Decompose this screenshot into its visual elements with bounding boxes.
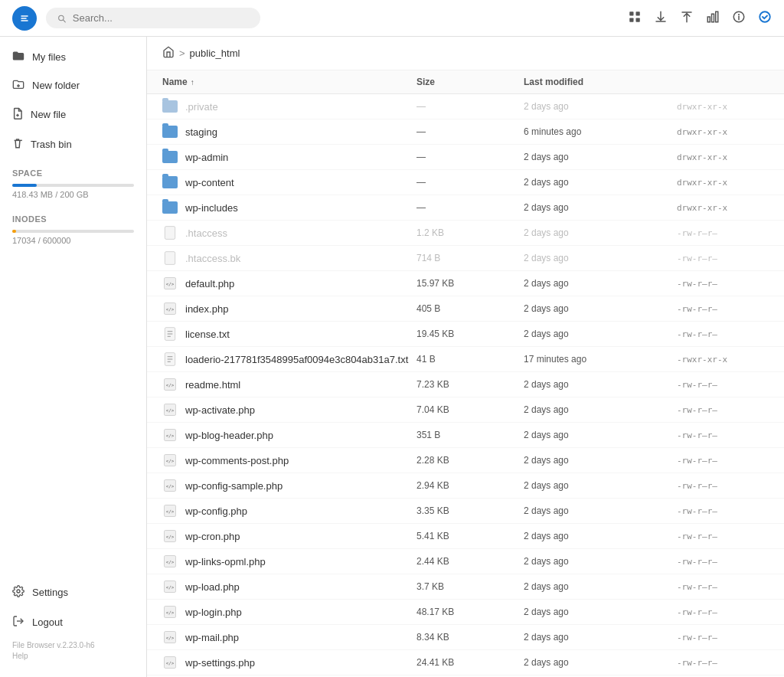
file-perms: -rw-r—r— [677, 557, 769, 567]
table-row[interactable]: </> wp-activate.php 7.04 KB 2 days ago -… [147, 397, 784, 423]
table-row[interactable]: </> wp-blog-header.php 351 B 2 days ago … [147, 423, 784, 448]
file-perms: -rwxr-xr-x [677, 355, 769, 365]
table-row[interactable]: staging — 6 minutes ago drwxr-xr-x [147, 119, 784, 145]
table-row[interactable]: </> wp-load.php 3.7 KB 2 days ago -rw-r—… [147, 574, 784, 600]
file-size: 2.94 KB [416, 480, 524, 491]
code-icon: </> [162, 402, 178, 417]
table-row[interactable]: wp-admin — 2 days ago drwxr-xr-x [147, 145, 784, 170]
file-size: 351 B [416, 430, 524, 440]
file-perms: -rw-r—r— [677, 658, 769, 668]
sidebar-label-my-files: My files [32, 51, 66, 63]
file-modified: 2 days ago [524, 607, 677, 617]
sidebar-item-logout[interactable]: Logout [0, 607, 146, 637]
search-input[interactable] [73, 12, 250, 24]
col-modified-header[interactable]: Last modified [524, 77, 677, 87]
trash-icon [12, 137, 23, 152]
file-modified: 2 days ago [524, 177, 677, 188]
settings-icon [12, 585, 24, 600]
sidebar-item-trash-bin[interactable]: Trash bin [0, 129, 146, 159]
space-bar-container: 418.43 MB / 200 GB [0, 181, 146, 205]
folder-icon [12, 51, 24, 64]
table-row[interactable]: wp-content — 2 days ago drwxr-xr-x [147, 170, 784, 195]
svg-text:</>: </> [166, 282, 175, 286]
svg-text:</>: </> [166, 509, 175, 514]
file-name: wp-comments-post.php [185, 455, 289, 466]
file-modified: 2 days ago [524, 253, 677, 263]
code-icon: </> [162, 377, 178, 392]
table-row[interactable]: wp-includes — 2 days ago drwxr-xr-x [147, 195, 784, 221]
file-perms: -rw-r—r— [677, 380, 769, 390]
sidebar-item-settings[interactable]: Settings [0, 577, 146, 607]
col-size-label: Size [416, 77, 435, 87]
file-name: wp-mail.php [185, 632, 239, 643]
inodes-bar-container: 17034 / 600000 [0, 227, 146, 251]
table-row[interactable]: .htaccess.bk 714 B 2 days ago -rw-r—r— [147, 246, 784, 271]
file-table: Name ↑ Size Last modified .private — 2 d… [147, 70, 784, 677]
grid-view-icon[interactable] [628, 10, 642, 27]
table-row[interactable]: license.txt 19.45 KB 2 days ago -rw-r—r— [147, 322, 784, 347]
table-row[interactable]: </> wp-cron.php 5.41 KB 2 days ago -rw-r… [147, 524, 784, 549]
sidebar-item-my-files[interactable]: My files [0, 43, 146, 71]
file-name: wp-load.php [185, 581, 240, 593]
table-row[interactable]: </> index.php 405 B 2 days ago -rw-r—r— [147, 296, 784, 322]
file-size: 2.28 KB [416, 455, 524, 466]
file-icon [162, 225, 178, 240]
search-bar[interactable] [46, 8, 260, 28]
table-row[interactable]: </> readme.html 7.23 KB 2 days ago -rw-r… [147, 372, 784, 397]
file-size: 8.34 KB [416, 632, 524, 643]
logout-label: Logout [32, 616, 63, 628]
file-perms: drwxr-xr-x [677, 178, 769, 188]
file-modified: 2 days ago [524, 379, 677, 390]
app-logo[interactable] [12, 6, 37, 31]
svg-text:</>: </> [166, 433, 175, 438]
file-name: wp-includes [185, 202, 238, 214]
svg-rect-4 [636, 18, 640, 21]
code-icon: </> [162, 427, 178, 443]
table-row[interactable]: </> wp-comments-post.php 2.28 KB 2 days … [147, 448, 784, 473]
svg-rect-18 [165, 227, 175, 240]
table-row[interactable]: </> wp-settings.php 24.41 KB 2 days ago … [147, 650, 784, 675]
check-icon[interactable] [758, 10, 772, 27]
file-size: 24.41 KB [416, 657, 524, 668]
file-size: 1.2 KB [416, 227, 524, 238]
chart-icon[interactable] [706, 10, 720, 27]
table-row[interactable]: loaderio-217781f3548995af0094e3c804ab31a… [147, 347, 784, 372]
col-name-header[interactable]: Name ↑ [162, 77, 416, 87]
file-modified: 2 days ago [524, 480, 677, 491]
svg-text:</>: </> [166, 383, 175, 388]
search-icon [57, 13, 67, 24]
file-modified: 2 days ago [524, 581, 677, 592]
doc-icon [162, 352, 178, 367]
file-name: wp-content [185, 177, 234, 188]
file-icon [162, 250, 178, 266]
upload-icon[interactable] [680, 10, 694, 27]
table-row[interactable]: .htaccess 1.2 KB 2 days ago -rw-r—r— [147, 221, 784, 246]
file-modified: 2 days ago [524, 278, 677, 289]
table-row[interactable]: .private — 2 days ago drwxr-xr-x [147, 94, 784, 119]
file-name: default.php [185, 278, 234, 289]
table-row[interactable]: </> wp-config-sample.php 2.94 KB 2 days … [147, 473, 784, 499]
sidebar-item-new-folder[interactable]: New folder [0, 71, 146, 100]
sidebar-item-new-file[interactable]: New file [0, 100, 146, 129]
table-row[interactable]: </> wp-mail.php 8.34 KB 2 days ago -rw-r… [147, 625, 784, 650]
table-row[interactable]: </> wp-login.php 48.17 KB 2 days ago -rw… [147, 600, 784, 625]
info-icon[interactable] [732, 10, 746, 27]
table-row[interactable]: </> wp-config.php 3.35 KB 2 days ago -rw… [147, 499, 784, 524]
breadcrumb-current: public_html [190, 47, 240, 59]
file-size: — [416, 126, 524, 137]
svg-rect-3 [629, 18, 633, 21]
code-icon: </> [162, 276, 178, 291]
doc-icon [162, 326, 178, 342]
col-size-header[interactable]: Size [416, 77, 524, 87]
svg-rect-2 [636, 11, 640, 15]
table-row[interactable]: </> default.php 15.97 KB 2 days ago -rw-… [147, 271, 784, 296]
svg-point-10 [739, 14, 740, 15]
file-modified: 2 days ago [524, 101, 677, 112]
download-icon[interactable] [654, 10, 668, 27]
table-row[interactable]: </> wp-links-opml.php 2.44 KB 2 days ago… [147, 549, 784, 574]
file-name: wp-cron.php [185, 531, 240, 542]
file-name: staging [185, 126, 217, 138]
svg-text:</>: </> [166, 459, 175, 463]
sidebar-label-trash-bin: Trash bin [31, 139, 72, 150]
home-icon[interactable] [162, 46, 175, 61]
